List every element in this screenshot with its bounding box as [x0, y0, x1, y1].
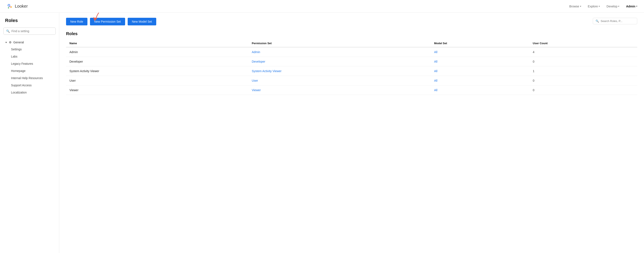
col-header-model-set: Model Set	[430, 39, 529, 47]
table-row: UserUserAll0	[66, 76, 637, 85]
sidebar-item-internal-help-resources[interactable]: Internal Help Resources	[0, 74, 59, 82]
sidebar-search-icon: 🔍	[6, 29, 10, 33]
roles-search-icon: 🔍	[596, 19, 599, 23]
general-gear-icon: ⚙	[9, 41, 12, 44]
row-4-permission-set[interactable]: Viewer	[248, 85, 430, 95]
general-expand-arrow-icon: ▼	[5, 41, 7, 43]
row-2-model-set[interactable]: All	[430, 66, 529, 76]
logo-text: Looker	[15, 4, 28, 9]
row-2-name: System Activity Viewer	[66, 66, 248, 76]
new-model-set-button[interactable]: New Model Set	[128, 18, 156, 25]
row-1-model-set[interactable]: All	[430, 57, 529, 66]
row-1-user-count: 0	[530, 57, 637, 66]
roles-table-header: Name Permission Set Model Set User Count	[66, 39, 637, 47]
table-row: DeveloperDeveloperAll0	[66, 57, 637, 66]
sidebar-search-input[interactable]	[12, 29, 53, 33]
roles-search-input[interactable]	[600, 19, 634, 23]
table-row: System Activity ViewerSystem Activity Vi…	[66, 66, 637, 76]
row-0-user-count: 4	[530, 47, 637, 57]
row-0-name: Admin	[66, 47, 248, 57]
row-2-user-count: 1	[530, 66, 637, 76]
row-1-name: Developer	[66, 57, 248, 66]
nav-develop[interactable]: Develop ▾	[606, 5, 619, 8]
sidebar-section-header-general[interactable]: ▼ ⚙ General	[0, 39, 59, 46]
looker-logo-icon	[7, 3, 13, 9]
logo[interactable]: Looker	[7, 3, 28, 9]
svg-point-2	[11, 6, 12, 7]
sidebar: Roles 🔍 ▼ ⚙ General Settings Labs Legacy…	[0, 13, 59, 253]
roles-section-title: Roles	[66, 31, 637, 36]
sidebar-item-homepage[interactable]: Homepage	[0, 67, 59, 74]
new-role-button[interactable]: New Role	[66, 18, 88, 25]
row-1-permission-set[interactable]: Developer	[248, 57, 430, 66]
sidebar-item-localization[interactable]: Localization	[0, 89, 59, 96]
sidebar-search-box[interactable]: 🔍	[4, 27, 56, 35]
develop-chevron-icon: ▾	[618, 5, 619, 7]
roles-table-body: AdminAdminAll4DeveloperDeveloperAll0Syst…	[66, 47, 637, 95]
svg-point-3	[8, 7, 9, 8]
col-header-user-count: User Count	[530, 39, 637, 47]
row-3-model-set[interactable]: All	[430, 76, 529, 85]
row-3-name: User	[66, 76, 248, 85]
nav-explore[interactable]: Explore ▾	[588, 5, 600, 8]
roles-table-header-row: Name Permission Set Model Set User Count	[66, 39, 637, 47]
col-header-permission-set: Permission Set	[248, 39, 430, 47]
table-row: AdminAdminAll4	[66, 47, 637, 57]
sidebar-section-general: ▼ ⚙ General Settings Labs Legacy Feature…	[0, 39, 59, 96]
sidebar-item-labs[interactable]: Labs	[0, 53, 59, 60]
new-permission-set-button[interactable]: New Permission Set	[90, 18, 125, 25]
row-3-permission-set[interactable]: User	[248, 76, 430, 85]
row-0-permission-set[interactable]: Admin	[248, 47, 430, 57]
page-title: Roles	[0, 18, 59, 23]
nav-admin[interactable]: Admin ▾	[626, 5, 637, 8]
action-bar: New Role New Permission Set New Model Se…	[66, 18, 637, 25]
row-2-permission-set[interactable]: System Activity Viewer	[248, 66, 430, 76]
sidebar-item-settings[interactable]: Settings	[0, 46, 59, 53]
sidebar-item-support-access[interactable]: Support Access	[0, 82, 59, 89]
table-row: ViewerViewerAll0	[66, 85, 637, 95]
nav-browse[interactable]: Browse ▾	[569, 5, 581, 8]
browse-chevron-icon: ▾	[580, 5, 581, 7]
row-4-name: Viewer	[66, 85, 248, 95]
row-4-user-count: 0	[530, 85, 637, 95]
top-nav: Browse ▾ Explore ▾ Develop ▾ Admin ▾	[569, 5, 637, 8]
main-container: Roles 🔍 ▼ ⚙ General Settings Labs Legacy…	[0, 13, 644, 253]
col-header-name: Name	[66, 39, 248, 47]
explore-chevron-icon: ▾	[599, 5, 600, 7]
content-area: New Role New Permission Set New Model Se…	[59, 13, 644, 253]
row-0-model-set[interactable]: All	[430, 47, 529, 57]
sidebar-item-legacy-features[interactable]: Legacy Features	[0, 60, 59, 67]
app-header: Looker Browse ▾ Explore ▾ Develop ▾ Admi…	[0, 0, 644, 13]
sidebar-section-label-general: General	[13, 41, 24, 44]
row-4-model-set[interactable]: All	[430, 85, 529, 95]
row-3-user-count: 0	[530, 76, 637, 85]
svg-point-1	[8, 5, 10, 6]
roles-table: Name Permission Set Model Set User Count…	[66, 39, 637, 95]
roles-search-box[interactable]: 🔍	[593, 18, 637, 24]
admin-chevron-icon: ▾	[636, 5, 637, 7]
